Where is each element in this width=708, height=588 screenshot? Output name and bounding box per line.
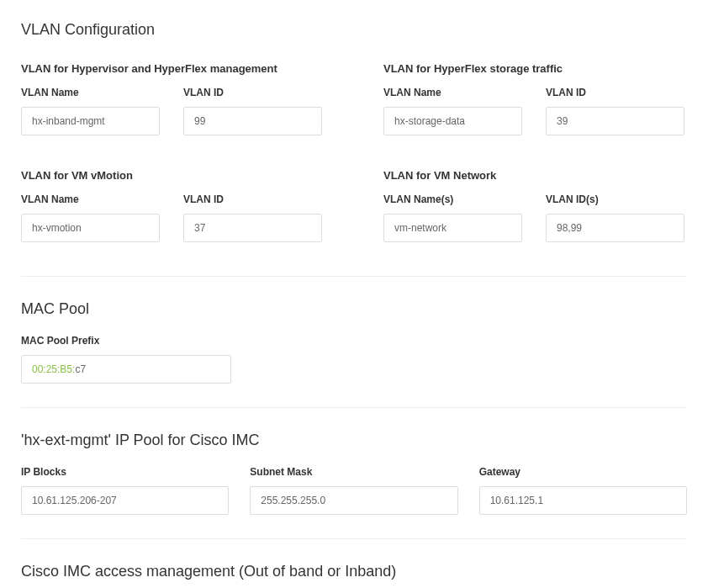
mac-pool-prefix-group: MAC Pool Prefix 00:25:B5:: [21, 335, 687, 384]
vlan-vm-network-subsection: VLAN for VM Network VLAN Name(s) VLAN ID…: [383, 169, 687, 242]
gateway-label: Gateway: [479, 466, 687, 478]
vlan-row-1: VLAN for Hypervisor and HyperFlex manage…: [21, 62, 687, 135]
vlan-vmotion-name-group: VLAN Name: [21, 193, 162, 242]
vlan-vm-network-id-label: VLAN ID(s): [546, 193, 687, 205]
gateway-input[interactable]: [479, 486, 687, 515]
mac-pool-prefix-label: MAC Pool Prefix: [21, 335, 687, 347]
cisco-imc-title: Cisco IMC access management (Out of band…: [21, 563, 687, 580]
vlan-config-title: VLAN Configuration: [21, 21, 687, 39]
vlan-storage-name-group: VLAN Name: [383, 87, 525, 135]
cisco-imc-section: Cisco IMC access management (Out of band…: [21, 563, 687, 580]
mac-pool-section: MAC Pool MAC Pool Prefix 00:25:B5:: [21, 300, 687, 384]
divider-2: [21, 407, 687, 408]
ip-pool-fields: IP Blocks Subnet Mask Gateway: [21, 466, 687, 515]
subnet-mask-input[interactable]: [250, 486, 457, 515]
vlan-management-title: VLAN for Hypervisor and HyperFlex manage…: [21, 62, 325, 75]
ip-blocks-input[interactable]: [21, 486, 229, 515]
mac-pool-input-wrapper[interactable]: 00:25:B5:: [21, 355, 231, 384]
vlan-vm-network-name-input[interactable]: [383, 214, 522, 242]
vlan-vm-network-id-input[interactable]: [546, 214, 684, 242]
vlan-management-name-group: VLAN Name: [21, 87, 162, 135]
ip-blocks-label: IP Blocks: [21, 466, 229, 478]
vlan-vmotion-title: VLAN for VM vMotion: [21, 169, 325, 182]
vlan-vm-network-name-label: VLAN Name(s): [383, 193, 525, 205]
vlan-management-id-input[interactable]: [183, 107, 322, 135]
vlan-storage-id-label: VLAN ID: [546, 87, 687, 98]
subnet-mask-label: Subnet Mask: [250, 466, 457, 478]
vlan-vm-network-title: VLAN for VM Network: [383, 169, 687, 182]
vlan-row-2: VLAN for VM vMotion VLAN Name VLAN ID VL…: [21, 169, 687, 242]
vlan-storage-title: VLAN for HyperFlex storage traffic: [383, 62, 687, 75]
divider-3: [21, 538, 687, 539]
vlan-vmotion-fields: VLAN Name VLAN ID: [21, 193, 325, 242]
vlan-management-fields: VLAN Name VLAN ID: [21, 87, 325, 135]
gateway-group: Gateway: [479, 466, 687, 515]
mac-pool-suffix-input[interactable]: [75, 363, 100, 375]
vlan-vmotion-subsection: VLAN for VM vMotion VLAN Name VLAN ID: [21, 169, 325, 242]
vlan-storage-subsection: VLAN for HyperFlex storage traffic VLAN …: [383, 62, 687, 135]
vlan-vmotion-id-input[interactable]: [183, 214, 322, 242]
vlan-storage-id-group: VLAN ID: [546, 87, 687, 135]
vlan-vmotion-name-label: VLAN Name: [21, 193, 162, 205]
vlan-vmotion-id-label: VLAN ID: [183, 193, 325, 205]
vlan-vmotion-name-input[interactable]: [21, 214, 160, 242]
vlan-storage-name-input[interactable]: [383, 107, 522, 135]
vlan-storage-id-input[interactable]: [546, 107, 684, 135]
vlan-management-name-label: VLAN Name: [21, 87, 162, 98]
vlan-management-subsection: VLAN for Hypervisor and HyperFlex manage…: [21, 62, 325, 135]
vlan-management-name-input[interactable]: [21, 107, 160, 135]
vlan-vm-network-fields: VLAN Name(s) VLAN ID(s): [383, 193, 687, 242]
vlan-vm-network-name-group: VLAN Name(s): [383, 193, 525, 242]
mac-pool-title: MAC Pool: [21, 300, 687, 318]
vlan-management-id-group: VLAN ID: [183, 87, 325, 135]
mac-pool-fixed-prefix: 00:25:B5:: [32, 363, 75, 375]
vlan-storage-name-label: VLAN Name: [383, 87, 525, 98]
divider-1: [21, 276, 687, 277]
ip-blocks-group: IP Blocks: [21, 466, 229, 515]
subnet-mask-group: Subnet Mask: [250, 466, 457, 515]
vlan-management-id-label: VLAN ID: [183, 87, 325, 98]
ip-pool-section: 'hx-ext-mgmt' IP Pool for Cisco IMC IP B…: [21, 432, 687, 515]
vlan-configuration-section: VLAN Configuration VLAN for Hypervisor a…: [21, 21, 687, 242]
vlan-storage-fields: VLAN Name VLAN ID: [383, 87, 687, 135]
vlan-vmotion-id-group: VLAN ID: [183, 193, 325, 242]
vlan-vm-network-id-group: VLAN ID(s): [546, 193, 687, 242]
ip-pool-title: 'hx-ext-mgmt' IP Pool for Cisco IMC: [21, 432, 687, 449]
